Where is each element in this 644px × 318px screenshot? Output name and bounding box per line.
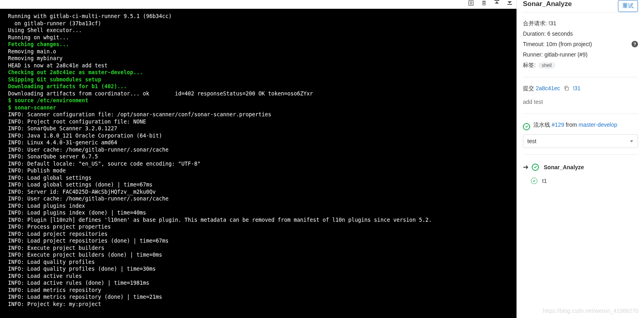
- retry-button[interactable]: 重试: [618, 0, 638, 12]
- pipeline-passed-icon: [523, 123, 530, 130]
- topbar: [0, 0, 516, 9]
- timeout-help-icon[interactable]: ?: [632, 41, 638, 47]
- duration-label: Duration:: [523, 30, 546, 37]
- commit-sha-link[interactable]: 2a8c41ec: [536, 85, 560, 91]
- commit-message: add test: [523, 97, 638, 107]
- tags-label: 标签:: [523, 62, 536, 68]
- runner-label: Runner:: [523, 51, 543, 58]
- pipeline-block: 流水线 #129 from master-develop test: [523, 113, 638, 154]
- timeout-value: 10m (from project): [546, 41, 592, 47]
- scroll-top-icon[interactable]: [494, 0, 500, 5]
- job-title: Sonar_Analyze: [523, 0, 572, 8]
- job-other-name: t1: [542, 176, 547, 186]
- commit-mr-link[interactable]: !31: [573, 85, 580, 91]
- job-row-other[interactable]: t1: [523, 174, 638, 188]
- runner-value: gitlab-runner (#9): [545, 51, 587, 58]
- commit-label: 提交: [523, 85, 534, 91]
- stage-select[interactable]: test: [523, 134, 638, 148]
- copy-sha-icon[interactable]: [564, 86, 571, 92]
- arrow-icon: [523, 162, 529, 172]
- raw-log-icon[interactable]: [468, 0, 474, 6]
- job-details-block: 合并请求: !31 Duration: 6 seconds ? Timeout:…: [523, 12, 638, 77]
- job-current-name: Sonar_Analyze: [544, 162, 584, 172]
- job-log-terminal[interactable]: Running with gitlab-ci-multi-runner 9.5.…: [0, 9, 516, 318]
- mr-value: !31: [549, 20, 556, 26]
- scroll-bottom-icon[interactable]: [507, 0, 512, 5]
- job-passed-icon: [531, 178, 537, 184]
- sidebar: Sonar_Analyze 重试 合并请求: !31 Duration: 6 s…: [516, 0, 644, 318]
- main-panel: Running with gitlab-ci-multi-runner 9.5.…: [0, 0, 516, 318]
- tag-chip: shell: [538, 62, 555, 69]
- pipeline-from: from: [566, 122, 577, 128]
- job-passed-icon: [532, 164, 539, 171]
- duration-value: 6 seconds: [547, 30, 573, 37]
- svg-rect-8: [565, 87, 568, 90]
- timeout-label: Timeout:: [523, 41, 545, 47]
- job-row-current[interactable]: Sonar_Analyze: [523, 160, 638, 174]
- svg-rect-7: [507, 4, 512, 5]
- commit-block: 提交 2a8c41ec !31 add test: [523, 77, 638, 113]
- svg-rect-6: [494, 0, 499, 1]
- mr-label: 合并请求:: [523, 20, 547, 26]
- jobs-block: Sonar_Analyze t1: [523, 154, 638, 194]
- pipeline-label: 流水线: [533, 122, 550, 128]
- pipeline-link[interactable]: #129: [552, 122, 564, 128]
- branch-link[interactable]: master-develop: [579, 122, 618, 128]
- erase-log-icon[interactable]: [481, 0, 487, 6]
